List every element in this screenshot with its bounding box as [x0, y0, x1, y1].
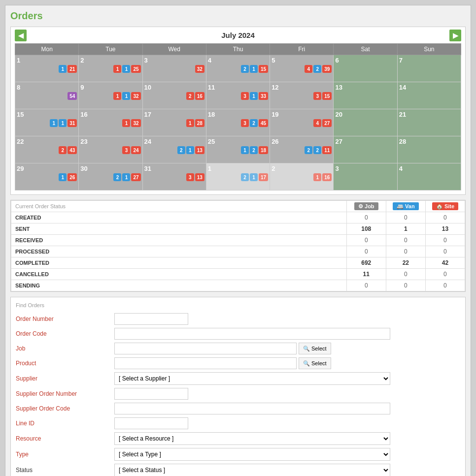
calendar-cell[interactable]: 151131: [15, 109, 79, 136]
supplier-label: Supplier: [16, 375, 114, 382]
calendar-cell[interactable]: 3: [334, 163, 397, 190]
status-header-van: 🚐 Van: [386, 201, 425, 212]
job-input[interactable]: [114, 343, 297, 354]
calendar-cell[interactable]: 42115: [206, 55, 270, 82]
calendar-cell[interactable]: 21: [397, 109, 461, 136]
calendar-cell[interactable]: 21125: [79, 55, 142, 82]
order-number-label: Order Number: [16, 316, 114, 322]
type-label: Type: [16, 451, 114, 458]
calendar-cell[interactable]: 854: [15, 82, 79, 109]
calendar-cell[interactable]: 10216: [142, 82, 206, 109]
calendar-cell[interactable]: 1121: [15, 55, 79, 82]
calendar-cell[interactable]: 20: [334, 109, 397, 136]
status-row-van: 0: [386, 280, 425, 291]
supplier-select[interactable]: [ Select a Supplier ]: [114, 372, 390, 385]
status-row-label: PROCESSED: [11, 246, 347, 257]
calendar-cell[interactable]: 242113: [142, 136, 206, 163]
supplier-order-code-input[interactable]: [114, 403, 390, 414]
supplier-order-code-row: Supplier Order Code: [16, 403, 460, 414]
search-icon: 🔍: [303, 346, 310, 352]
status-row-job: 0: [346, 235, 386, 246]
current-order-status-label: Current Order Status: [11, 201, 347, 212]
site-icon: 🏠: [436, 203, 444, 209]
cal-header-mon: Mon: [15, 44, 79, 55]
status-row-van: 0: [386, 235, 425, 246]
calendar-cell[interactable]: 27: [334, 136, 397, 163]
type-select[interactable]: [ Select a Type ]: [114, 448, 390, 461]
order-number-input[interactable]: [114, 313, 188, 325]
resource-select[interactable]: [ Select a Resource ]: [114, 432, 390, 445]
supplier-row: Supplier [ Select a Supplier ]: [16, 372, 460, 385]
line-id-row: Line ID: [16, 417, 460, 429]
type-row: Type [ Select a Type ]: [16, 448, 460, 461]
status-row-label: COMPLETED: [11, 257, 347, 269]
calendar-grid: Mon Tue Wed Thu Fri Sat Sun 112121125332…: [15, 43, 461, 190]
status-row-job: 11: [346, 269, 386, 280]
calendar-cell[interactable]: 91132: [79, 82, 142, 109]
search-icon-2: 🔍: [303, 360, 310, 367]
calendar-cell[interactable]: 14: [397, 82, 461, 109]
line-id-input[interactable]: [114, 417, 188, 429]
status-header-job: ⚙ Job: [346, 201, 386, 212]
calendar-cell[interactable]: 251218: [206, 136, 270, 163]
calendar-cell[interactable]: 29126: [15, 163, 79, 190]
gear-icon: ⚙: [358, 203, 365, 209]
status-row-site: 0: [425, 246, 465, 257]
van-icon: 🚐: [397, 203, 405, 209]
calendar-cell[interactable]: 113133: [206, 82, 270, 109]
job-label: Job: [16, 345, 114, 352]
cal-header-sun: Sun: [397, 44, 461, 55]
calendar-header: ◀ July 2024 ▶: [15, 31, 461, 39]
calendar-next-button[interactable]: ▶: [449, 30, 461, 41]
status-row-site: 0: [425, 269, 465, 280]
order-code-label: Order Code: [16, 330, 114, 337]
calendar-cell[interactable]: 28: [397, 136, 461, 163]
status-row-van: 0: [386, 246, 425, 257]
calendar-title: July 2024: [221, 31, 255, 39]
calendar-cell[interactable]: 12117: [206, 163, 270, 190]
supplier-order-number-input[interactable]: [114, 388, 188, 400]
main-container: Orders ◀ July 2024 ▶ Mon Tue Wed Thu Fri…: [5, 5, 471, 476]
status-row-job: 0: [346, 246, 386, 257]
calendar-cell[interactable]: 22243: [15, 136, 79, 163]
cal-header-sat: Sat: [334, 44, 397, 55]
status-row-site: 0: [425, 212, 465, 223]
calendar-prev-button[interactable]: ◀: [15, 30, 27, 41]
status-row-label: CANCELLED: [11, 269, 347, 280]
order-code-input[interactable]: [114, 328, 390, 340]
status-row-van: 1: [386, 223, 425, 235]
status-row-site: 42: [425, 257, 465, 269]
calendar-cell[interactable]: 17128: [142, 109, 206, 136]
calendar-cell[interactable]: 332: [142, 55, 206, 82]
status-select[interactable]: [ Select a Status ]: [114, 464, 390, 476]
status-row: SENT108113: [11, 223, 465, 235]
product-select-button[interactable]: 🔍 Select: [299, 357, 331, 369]
calendar-cell[interactable]: 2116: [270, 163, 334, 190]
job-select-button[interactable]: 🔍 Select: [299, 343, 331, 354]
status-row: Status [ Select a Status ]: [16, 464, 460, 476]
calendar-cell[interactable]: 7: [397, 55, 461, 82]
calendar-cell[interactable]: 12315: [270, 82, 334, 109]
find-orders-title: Find Orders: [16, 302, 460, 308]
van-badge: 🚐 Van: [393, 202, 419, 210]
calendar-cell[interactable]: 23324: [79, 136, 142, 163]
calendar-cell[interactable]: 302127: [79, 163, 142, 190]
calendar-cell[interactable]: 16132: [79, 109, 142, 136]
status-row-site: 0: [425, 280, 465, 291]
status-row-job: 0: [346, 212, 386, 223]
calendar-cell[interactable]: 262211: [270, 136, 334, 163]
status-section: Current Order Status ⚙ Job 🚐 Van 🏠 S: [10, 200, 466, 292]
cal-header-fri: Fri: [270, 44, 334, 55]
calendar-cell[interactable]: 6: [334, 55, 397, 82]
calendar-cell[interactable]: 183245: [206, 109, 270, 136]
status-row: CANCELLED1100: [11, 269, 465, 280]
calendar-cell[interactable]: 4: [397, 163, 461, 190]
calendar-cell[interactable]: 13: [334, 82, 397, 109]
calendar-cell[interactable]: 31313: [142, 163, 206, 190]
calendar-cell[interactable]: 54239: [270, 55, 334, 82]
product-input[interactable]: [114, 357, 297, 369]
cal-header-tue: Tue: [79, 44, 142, 55]
calendar-section: ◀ July 2024 ▶ Mon Tue Wed Thu Fri Sat Su…: [10, 27, 466, 195]
status-table: Current Order Status ⚙ Job 🚐 Van 🏠 S: [11, 200, 465, 291]
calendar-cell[interactable]: 19427: [270, 109, 334, 136]
